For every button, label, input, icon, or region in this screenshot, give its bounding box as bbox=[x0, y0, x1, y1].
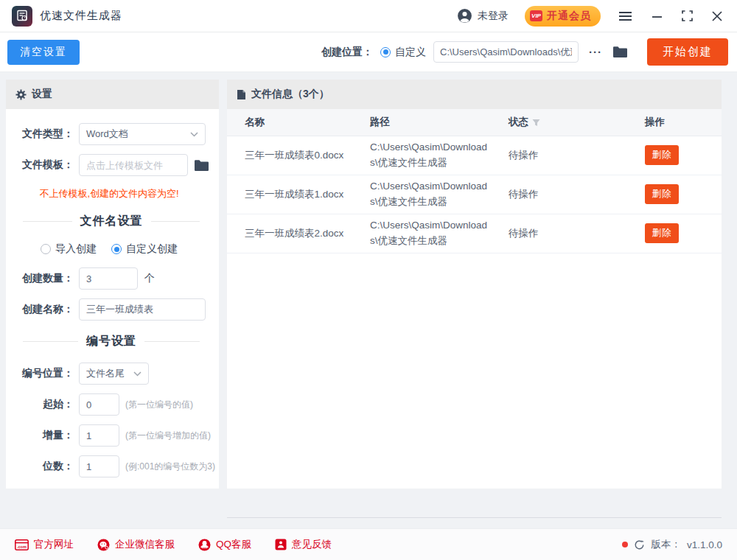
file-type-value: Word文档 bbox=[86, 127, 128, 141]
column-status: 状态 bbox=[509, 116, 528, 129]
create-location-label: 创建位置： bbox=[321, 46, 373, 59]
table-row: 三年一班成绩表1.docx C:\Users\Qasim\Downloads\优… bbox=[227, 175, 722, 214]
feedback-label: 意见反馈 bbox=[292, 538, 332, 551]
create-name-input[interactable] bbox=[79, 298, 206, 321]
column-name: 名称 bbox=[245, 116, 370, 129]
custom-location-radio-label: 自定义 bbox=[395, 46, 426, 59]
qq-icon bbox=[198, 539, 211, 551]
radio-selected-icon bbox=[380, 47, 391, 57]
official-website-link[interactable]: .com 官方网址 bbox=[15, 538, 74, 551]
version-area: 版本：v1.1.0.0 bbox=[622, 538, 722, 551]
feedback-icon bbox=[275, 539, 287, 550]
close-button[interactable] bbox=[710, 10, 724, 23]
delete-button[interactable]: 删除 bbox=[645, 223, 679, 243]
start-number-input[interactable] bbox=[79, 393, 119, 416]
file-type-select[interactable]: Word文档 bbox=[79, 123, 206, 145]
hamburger-icon bbox=[618, 11, 632, 21]
table-row: 三年一班成绩表0.docx C:\Users\Qasim\Downloads\优… bbox=[227, 136, 722, 175]
create-mode-radios: 导入创建 自定义创建 bbox=[13, 242, 206, 256]
open-folder-button[interactable] bbox=[612, 46, 628, 58]
template-upload-input[interactable] bbox=[79, 154, 188, 176]
qq-support-label: QQ客服 bbox=[216, 538, 251, 551]
settings-header-label: 设置 bbox=[32, 88, 52, 101]
vip-upgrade-button[interactable]: VIP 开通会员 bbox=[525, 6, 601, 27]
save-path-input[interactable] bbox=[433, 41, 579, 63]
count-unit-label: 个 bbox=[144, 272, 155, 285]
create-count-input[interactable] bbox=[79, 267, 138, 290]
filename-section-title: 文件名设置 bbox=[80, 214, 143, 229]
vip-button-label: 开通会员 bbox=[547, 10, 591, 23]
create-count-label: 创建数量： bbox=[13, 272, 79, 285]
minimize-icon bbox=[652, 11, 663, 21]
table-header: 名称 路径 状态 操作 bbox=[227, 109, 722, 136]
maximize-icon bbox=[682, 10, 693, 21]
digits-input[interactable] bbox=[79, 455, 119, 477]
filename-section-header: 文件名设置 bbox=[23, 214, 200, 229]
footer-bar: .com 官方网址 企业微信客服 QQ客服 意见反馈 bbox=[0, 528, 737, 560]
title-bar: 优速文件生成器 未登录 VIP 开通会员 bbox=[0, 0, 737, 32]
file-name: 三年一班成绩表0.docx bbox=[245, 149, 370, 162]
menu-button[interactable] bbox=[617, 10, 634, 23]
status-dot-icon bbox=[622, 542, 628, 547]
qq-support-link[interactable]: QQ客服 bbox=[198, 538, 251, 551]
app-logo-icon bbox=[12, 6, 32, 27]
svg-text:.com: .com bbox=[17, 545, 27, 549]
wechat-support-label: 企业微信客服 bbox=[115, 538, 175, 551]
document-icon bbox=[237, 89, 246, 100]
import-create-label: 导入创建 bbox=[55, 242, 97, 256]
wechat-support-link[interactable]: 企业微信客服 bbox=[97, 538, 175, 551]
minimize-button[interactable] bbox=[650, 10, 664, 23]
number-section-title: 编号设置 bbox=[86, 334, 136, 349]
user-icon bbox=[457, 8, 472, 24]
delete-button[interactable]: 删除 bbox=[645, 145, 679, 165]
file-info-header: 文件信息（3个） bbox=[227, 80, 722, 109]
delete-button[interactable]: 删除 bbox=[645, 184, 679, 204]
browse-more-button[interactable]: ··· bbox=[586, 44, 605, 60]
website-icon: .com bbox=[15, 539, 29, 550]
custom-create-radio[interactable]: 自定义创建 bbox=[111, 242, 178, 256]
file-name: 三年一班成绩表1.docx bbox=[245, 188, 370, 201]
number-section-header: 编号设置 bbox=[23, 334, 200, 349]
template-label: 文件模板： bbox=[13, 158, 79, 172]
file-info-header-label: 文件信息（3个） bbox=[251, 88, 329, 101]
login-status-label: 未登录 bbox=[478, 10, 509, 23]
import-create-radio[interactable]: 导入创建 bbox=[41, 242, 97, 256]
number-position-value: 文件名尾 bbox=[86, 367, 125, 380]
template-warning-text: 不上传模板,创建的文件内容为空! bbox=[13, 187, 206, 200]
file-type-label: 文件类型： bbox=[13, 127, 79, 141]
refresh-icon[interactable] bbox=[634, 539, 645, 550]
clear-settings-button[interactable]: 清空设置 bbox=[7, 40, 80, 65]
file-path: C:\Users\Qasim\Downloads\优速文件生成器 bbox=[370, 179, 492, 210]
column-path: 路径 bbox=[370, 116, 509, 129]
increment-input[interactable] bbox=[79, 424, 119, 447]
vip-badge-icon: VIP bbox=[530, 10, 542, 21]
maximize-button[interactable] bbox=[680, 9, 694, 23]
start-number-label: 起始： bbox=[13, 398, 79, 411]
feedback-link[interactable]: 意见反馈 bbox=[275, 538, 332, 551]
start-create-button[interactable]: 开始创建 bbox=[647, 38, 728, 66]
close-icon bbox=[712, 11, 722, 21]
digits-hint: (例:001的编号位数为3) bbox=[125, 461, 215, 473]
column-action: 操作 bbox=[645, 116, 722, 129]
file-status: 待操作 bbox=[509, 227, 645, 240]
file-path: C:\Users\Qasim\Downloads\优速文件生成器 bbox=[370, 218, 492, 249]
divider bbox=[227, 517, 722, 518]
increment-hint: (第一位编号增加的值) bbox=[125, 430, 211, 442]
template-folder-button[interactable] bbox=[194, 159, 209, 172]
folder-icon bbox=[194, 159, 209, 172]
table-row: 三年一班成绩表2.docx C:\Users\Qasim\Downloads\优… bbox=[227, 214, 722, 253]
settings-panel-header: 设置 bbox=[6, 80, 219, 109]
login-status[interactable]: 未登录 bbox=[457, 8, 509, 24]
radio-unselected-icon bbox=[41, 244, 51, 254]
file-status: 待操作 bbox=[509, 149, 645, 162]
filter-icon[interactable] bbox=[532, 119, 540, 127]
official-website-label: 官方网址 bbox=[34, 538, 74, 551]
chevron-down-icon bbox=[190, 132, 198, 137]
file-status: 待操作 bbox=[509, 188, 645, 201]
app-title: 优速文件生成器 bbox=[40, 9, 122, 23]
number-position-select[interactable]: 文件名尾 bbox=[79, 363, 149, 385]
chevron-down-icon bbox=[133, 371, 142, 377]
gear-icon bbox=[15, 89, 27, 100]
version-label: 版本： bbox=[651, 538, 681, 551]
custom-location-radio[interactable]: 自定义 bbox=[380, 46, 426, 59]
